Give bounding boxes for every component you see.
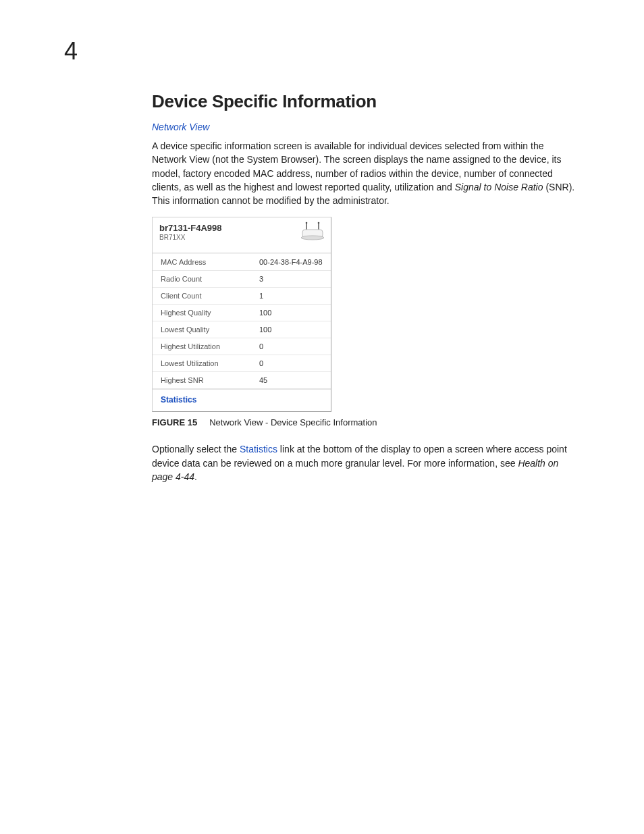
row-value: 0 <box>254 355 331 371</box>
row-label: Client Count <box>153 288 254 304</box>
chapter-number: 4 <box>64 37 78 66</box>
figure-caption-text: Network View - Device Specific Informati… <box>209 417 377 427</box>
intro-paragraph: A device specific information screen is … <box>152 139 580 207</box>
figure-caption: FIGURE 15Network View - Device Specific … <box>152 417 580 427</box>
svg-point-2 <box>306 222 308 224</box>
table-row: Highest Quality100 <box>153 305 331 321</box>
network-view-link[interactable]: Network View <box>152 122 580 132</box>
row-label: Highest Utilization <box>153 338 254 355</box>
table-row: Highest Utilization0 <box>153 338 331 355</box>
row-value: 00-24-38-F4-A9-98 <box>254 254 331 270</box>
closing-text-part3: . <box>194 471 197 482</box>
row-label: Radio Count <box>153 271 254 287</box>
row-value: 0 <box>254 338 331 355</box>
device-panel-header: br7131-F4A998 BR71XX <box>153 217 331 253</box>
svg-point-5 <box>301 236 324 240</box>
row-value: 3 <box>254 271 331 287</box>
router-icon <box>300 221 325 244</box>
row-value: 45 <box>254 372 331 388</box>
row-label: Lowest Quality <box>153 321 254 338</box>
table-row: MAC Address00-24-38-F4-A9-98 <box>153 253 331 271</box>
statistics-inline-link[interactable]: Statistics <box>240 444 277 454</box>
device-panel-footer: Statistics <box>153 389 331 411</box>
row-value: 1 <box>254 288 331 304</box>
figure-label: FIGURE 15 <box>152 417 197 427</box>
device-info-panel: br7131-F4A998 BR71XX MAC Address00-24-38… <box>152 217 331 412</box>
content-area: Device Specific Information Network View… <box>152 91 580 484</box>
table-row: Radio Count3 <box>153 271 331 288</box>
row-value: 100 <box>254 305 331 321</box>
device-rows: MAC Address00-24-38-F4-A9-98Radio Count3… <box>153 253 331 389</box>
table-row: Lowest Quality100 <box>153 321 331 338</box>
row-label: Highest SNR <box>153 372 254 388</box>
row-value: 100 <box>254 321 331 338</box>
snr-italic-text: Signal to Noise Ratio <box>455 182 543 192</box>
table-row: Client Count1 <box>153 288 331 305</box>
table-row: Highest SNR45 <box>153 372 331 389</box>
document-page: 4 Device Specific Information Network Vi… <box>0 0 644 834</box>
table-row: Lowest Utilization0 <box>153 355 331 372</box>
section-heading: Device Specific Information <box>152 91 580 112</box>
closing-paragraph: Optionally select the Statistics link at… <box>152 442 580 484</box>
row-label: MAC Address <box>153 254 254 270</box>
row-label: Lowest Utilization <box>153 355 254 371</box>
closing-text-part1: Optionally select the <box>152 444 240 454</box>
svg-point-3 <box>318 222 320 224</box>
statistics-link[interactable]: Statistics <box>161 395 196 405</box>
row-label: Highest Quality <box>153 305 254 321</box>
